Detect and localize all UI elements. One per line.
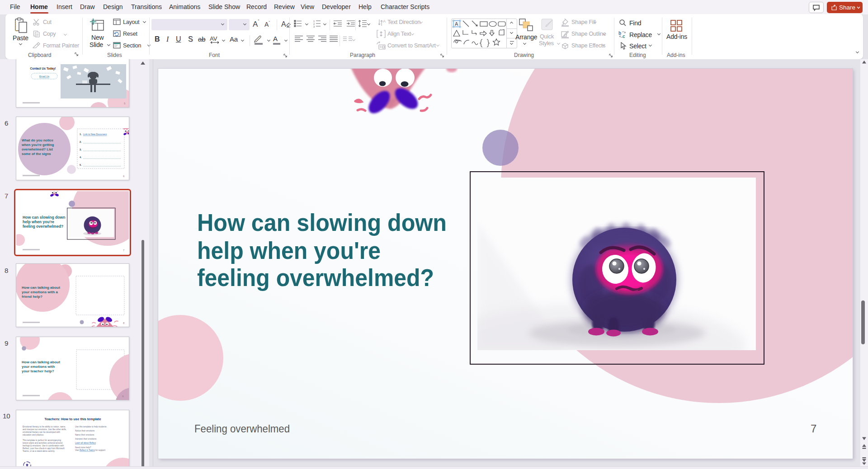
- svg-text:A: A: [383, 19, 386, 23]
- svg-text:c: c: [623, 34, 625, 38]
- svg-text:and interpret our emotions. Ju: and interpret our emotions. Just like ot…: [23, 428, 66, 431]
- svg-text:feelings & emotions. Use in co: feelings & emotions. Use in combination …: [23, 445, 64, 447]
- svg-text:Need more help?: Need more help?: [75, 446, 91, 449]
- svg-text:Contact Us Today!: Contact Us Today!: [30, 67, 56, 70]
- svg-text:8: 8: [123, 322, 125, 324]
- svg-text:How can slowing down: How can slowing down: [23, 215, 66, 220]
- svg-text:Feeling overwhelmed: Feeling overwhelmed: [194, 422, 290, 435]
- svg-text:5.: 5.: [80, 164, 82, 166]
- svg-text:Link to New Document: Link to New Document: [83, 133, 107, 136]
- svg-text:friend help?: friend help?: [22, 295, 42, 299]
- svg-text:your emotions with: your emotions with: [22, 365, 55, 369]
- svg-text:A: A: [455, 21, 458, 27]
- svg-text:2.: 2.: [80, 141, 82, 143]
- svg-text:your teacher help?: your teacher help?: [22, 369, 54, 373]
- svg-text:How can talking about: How can talking about: [22, 286, 60, 290]
- svg-text:Visit Reflect in Teams for sup: Visit Reflect in Teams for support: [75, 449, 106, 451]
- svg-text:7: 7: [811, 422, 816, 435]
- svg-text:Interpret their emotions: Interpret their emotions: [75, 438, 97, 440]
- svg-text:feeling overwhelmed?: feeling overwhelmed?: [23, 224, 63, 229]
- svg-text:Use this template to help stud: Use this template to help students:: [75, 426, 107, 428]
- svg-text:This template is perfect for a: This template is perfect for accompanyin…: [23, 439, 61, 441]
- svg-text:A: A: [281, 20, 286, 28]
- svg-text:AV: AV: [210, 35, 217, 42]
- svg-text:3: 3: [313, 25, 315, 28]
- svg-text:1.: 1.: [80, 133, 82, 136]
- svg-text:Notice their emotions: Notice their emotions: [75, 430, 95, 432]
- svg-text:feeling overwhelmed?: feeling overwhelmed?: [197, 264, 434, 291]
- svg-text:A: A: [273, 35, 278, 42]
- svg-text:emotional literacy can be deve: emotional literacy can be developed with: [23, 431, 60, 433]
- svg-text:b: b: [618, 31, 621, 36]
- svg-text:some of the signs: some of the signs: [22, 152, 51, 156]
- svg-text:How can talking about: How can talking about: [22, 360, 60, 364]
- svg-text:overwhelmed? List: overwhelmed? List: [22, 147, 53, 151]
- svg-text:How can slowing down: How can slowing down: [197, 209, 447, 236]
- svg-text:4.: 4.: [80, 156, 82, 159]
- svg-text:3.: 3.: [80, 148, 82, 151]
- svg-text:Name their emotions: Name their emotions: [75, 434, 94, 436]
- svg-text:education and practice.: education and practice.: [23, 434, 44, 436]
- svg-text:7: 7: [123, 249, 125, 252]
- svg-text:your emotions with a: your emotions with a: [22, 290, 58, 294]
- svg-text:Emotional literacy is the abil: Emotional literacy is the ability to not…: [23, 426, 66, 428]
- svg-text:help when you're: help when you're: [197, 237, 381, 264]
- svg-text:Teams, or as a stand-alone act: Teams, or as a stand-alone activity.: [23, 450, 55, 452]
- svg-text:Email Us: Email Us: [39, 75, 49, 78]
- svg-text:when you're getting: when you're getting: [21, 143, 54, 147]
- svg-text:6: 6: [123, 175, 125, 178]
- svg-text:help when you're: help when you're: [23, 220, 54, 224]
- svg-text:Teachers: How to use this temp: Teachers: How to use this template: [44, 417, 101, 421]
- svg-text:What do you notice: What do you notice: [22, 138, 53, 142]
- svg-text:lesson plans and activities ce: lesson plans and activities centered aro…: [23, 442, 63, 444]
- svg-text:Reflect, your free check-in ap: Reflect, your free check-in app from Mic…: [23, 447, 65, 450]
- svg-text:Learn all about Reflect: Learn all about Reflect: [75, 442, 96, 444]
